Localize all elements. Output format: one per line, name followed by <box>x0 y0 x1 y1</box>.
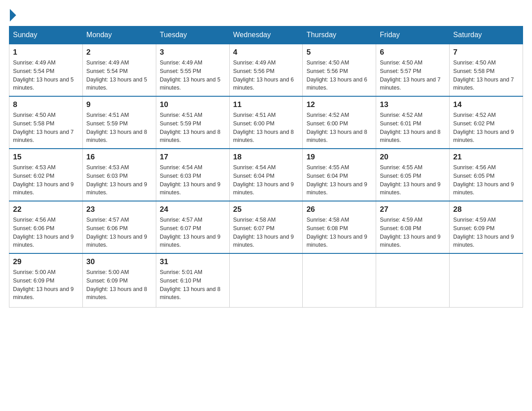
day-number: 20 <box>380 153 446 162</box>
week-row-1: 1Sunrise: 4:49 AMSunset: 5:54 PMDaylight… <box>9 44 523 96</box>
calendar-cell: 19Sunrise: 4:55 AMSunset: 6:04 PMDayligh… <box>303 149 376 201</box>
calendar-table: SundayMondayTuesdayWednesdayThursdayFrid… <box>9 26 523 308</box>
day-info: Sunrise: 4:54 AMSunset: 6:04 PMDaylight:… <box>233 163 299 197</box>
day-number: 1 <box>13 48 79 57</box>
calendar-cell: 2Sunrise: 4:49 AMSunset: 5:54 PMDaylight… <box>82 44 156 96</box>
day-number: 28 <box>453 205 519 214</box>
page-header <box>9 9 523 21</box>
calendar-cell: 24Sunrise: 4:57 AMSunset: 6:07 PMDayligh… <box>156 201 229 253</box>
weekday-header-sunday: Sunday <box>9 26 83 44</box>
day-number: 10 <box>160 100 226 109</box>
day-info: Sunrise: 4:53 AMSunset: 6:02 PMDaylight:… <box>13 163 79 197</box>
day-info: Sunrise: 4:51 AMSunset: 5:59 PMDaylight:… <box>86 111 152 145</box>
day-info: Sunrise: 4:49 AMSunset: 5:54 PMDaylight:… <box>13 59 79 92</box>
calendar-cell: 27Sunrise: 4:59 AMSunset: 6:08 PMDayligh… <box>376 201 450 253</box>
day-info: Sunrise: 4:59 AMSunset: 6:08 PMDaylight:… <box>380 216 446 249</box>
calendar-cell: 31Sunrise: 5:01 AMSunset: 6:10 PMDayligh… <box>156 253 229 307</box>
day-number: 12 <box>306 100 372 109</box>
day-info: Sunrise: 4:52 AMSunset: 6:01 PMDaylight:… <box>380 111 446 145</box>
logo-blue-part <box>9 9 16 21</box>
calendar-cell: 14Sunrise: 4:52 AMSunset: 6:02 PMDayligh… <box>450 96 523 149</box>
calendar-cell: 8Sunrise: 4:50 AMSunset: 5:58 PMDaylight… <box>9 96 83 149</box>
week-row-5: 29Sunrise: 5:00 AMSunset: 6:09 PMDayligh… <box>9 253 523 307</box>
calendar-cell: 12Sunrise: 4:52 AMSunset: 6:00 PMDayligh… <box>303 96 376 149</box>
day-info: Sunrise: 4:57 AMSunset: 6:06 PMDaylight:… <box>86 216 152 249</box>
weekday-header-saturday: Saturday <box>450 26 523 44</box>
day-info: Sunrise: 4:58 AMSunset: 6:07 PMDaylight:… <box>233 216 299 249</box>
calendar-cell <box>450 253 523 307</box>
weekday-header-monday: Monday <box>82 26 156 44</box>
calendar-cell: 29Sunrise: 5:00 AMSunset: 6:09 PMDayligh… <box>9 253 83 307</box>
day-info: Sunrise: 4:49 AMSunset: 5:56 PMDaylight:… <box>233 59 299 92</box>
day-number: 24 <box>160 205 226 214</box>
day-number: 16 <box>86 153 152 162</box>
calendar-cell: 26Sunrise: 4:58 AMSunset: 6:08 PMDayligh… <box>303 201 376 253</box>
day-info: Sunrise: 4:50 AMSunset: 5:58 PMDaylight:… <box>453 59 519 92</box>
day-info: Sunrise: 4:56 AMSunset: 6:06 PMDaylight:… <box>13 216 79 249</box>
calendar-cell: 17Sunrise: 4:54 AMSunset: 6:03 PMDayligh… <box>156 149 229 201</box>
day-info: Sunrise: 4:50 AMSunset: 5:56 PMDaylight:… <box>306 59 372 92</box>
day-info: Sunrise: 4:58 AMSunset: 6:08 PMDaylight:… <box>306 216 372 249</box>
day-number: 30 <box>86 257 152 266</box>
day-info: Sunrise: 4:50 AMSunset: 5:57 PMDaylight:… <box>380 59 446 92</box>
calendar-cell: 22Sunrise: 4:56 AMSunset: 6:06 PMDayligh… <box>9 201 83 253</box>
day-info: Sunrise: 4:52 AMSunset: 6:02 PMDaylight:… <box>453 111 519 145</box>
day-number: 3 <box>160 48 226 57</box>
logo-triangle-icon <box>10 9 16 21</box>
day-number: 4 <box>233 48 299 57</box>
calendar-cell <box>303 253 376 307</box>
day-number: 15 <box>13 153 79 162</box>
day-info: Sunrise: 4:49 AMSunset: 5:55 PMDaylight:… <box>160 59 226 92</box>
calendar-cell: 23Sunrise: 4:57 AMSunset: 6:06 PMDayligh… <box>82 201 156 253</box>
day-info: Sunrise: 4:54 AMSunset: 6:03 PMDaylight:… <box>160 163 226 197</box>
calendar-cell: 1Sunrise: 4:49 AMSunset: 5:54 PMDaylight… <box>9 44 83 96</box>
calendar-cell: 25Sunrise: 4:58 AMSunset: 6:07 PMDayligh… <box>229 201 303 253</box>
calendar-cell: 15Sunrise: 4:53 AMSunset: 6:02 PMDayligh… <box>9 149 83 201</box>
day-number: 18 <box>233 153 299 162</box>
week-row-4: 22Sunrise: 4:56 AMSunset: 6:06 PMDayligh… <box>9 201 523 253</box>
day-info: Sunrise: 4:51 AMSunset: 5:59 PMDaylight:… <box>160 111 226 145</box>
day-info: Sunrise: 4:52 AMSunset: 6:00 PMDaylight:… <box>306 111 372 145</box>
day-number: 23 <box>86 205 152 214</box>
day-info: Sunrise: 4:59 AMSunset: 6:09 PMDaylight:… <box>453 216 519 249</box>
day-number: 2 <box>86 48 152 57</box>
calendar-cell: 21Sunrise: 4:56 AMSunset: 6:05 PMDayligh… <box>450 149 523 201</box>
calendar-cell: 5Sunrise: 4:50 AMSunset: 5:56 PMDaylight… <box>303 44 376 96</box>
calendar-cell: 28Sunrise: 4:59 AMSunset: 6:09 PMDayligh… <box>450 201 523 253</box>
day-info: Sunrise: 5:00 AMSunset: 6:09 PMDaylight:… <box>13 268 79 302</box>
calendar-cell: 18Sunrise: 4:54 AMSunset: 6:04 PMDayligh… <box>229 149 303 201</box>
day-number: 26 <box>306 205 372 214</box>
day-info: Sunrise: 4:50 AMSunset: 5:58 PMDaylight:… <box>13 111 79 145</box>
day-number: 17 <box>160 153 226 162</box>
day-number: 27 <box>380 205 446 214</box>
day-number: 31 <box>160 257 226 266</box>
calendar-cell: 3Sunrise: 4:49 AMSunset: 5:55 PMDaylight… <box>156 44 229 96</box>
weekday-header-friday: Friday <box>376 26 450 44</box>
calendar-cell: 6Sunrise: 4:50 AMSunset: 5:57 PMDaylight… <box>376 44 450 96</box>
day-info: Sunrise: 4:51 AMSunset: 6:00 PMDaylight:… <box>233 111 299 145</box>
calendar-cell: 9Sunrise: 4:51 AMSunset: 5:59 PMDaylight… <box>82 96 156 149</box>
day-number: 7 <box>453 48 519 57</box>
calendar-cell: 10Sunrise: 4:51 AMSunset: 5:59 PMDayligh… <box>156 96 229 149</box>
weekday-header-row: SundayMondayTuesdayWednesdayThursdayFrid… <box>9 26 523 44</box>
logo <box>9 9 16 21</box>
day-info: Sunrise: 4:49 AMSunset: 5:54 PMDaylight:… <box>86 59 152 92</box>
calendar-cell: 16Sunrise: 4:53 AMSunset: 6:03 PMDayligh… <box>82 149 156 201</box>
day-number: 6 <box>380 48 446 57</box>
weekday-header-tuesday: Tuesday <box>156 26 229 44</box>
day-number: 21 <box>453 153 519 162</box>
day-number: 13 <box>380 100 446 109</box>
calendar-cell: 11Sunrise: 4:51 AMSunset: 6:00 PMDayligh… <box>229 96 303 149</box>
day-number: 11 <box>233 100 299 109</box>
day-number: 5 <box>306 48 372 57</box>
day-info: Sunrise: 4:55 AMSunset: 6:04 PMDaylight:… <box>306 163 372 197</box>
day-info: Sunrise: 4:57 AMSunset: 6:07 PMDaylight:… <box>160 216 226 249</box>
day-number: 22 <box>13 205 79 214</box>
day-info: Sunrise: 4:53 AMSunset: 6:03 PMDaylight:… <box>86 163 152 197</box>
day-number: 25 <box>233 205 299 214</box>
week-row-2: 8Sunrise: 4:50 AMSunset: 5:58 PMDaylight… <box>9 96 523 149</box>
calendar-cell <box>376 253 450 307</box>
day-info: Sunrise: 4:56 AMSunset: 6:05 PMDaylight:… <box>453 163 519 197</box>
weekday-header-thursday: Thursday <box>303 26 376 44</box>
day-info: Sunrise: 5:00 AMSunset: 6:09 PMDaylight:… <box>86 268 152 302</box>
